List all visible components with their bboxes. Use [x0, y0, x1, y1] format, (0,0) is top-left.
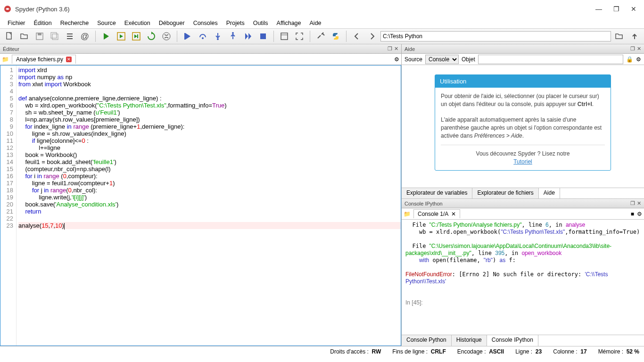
tab-variable-explorer[interactable]: Explorateur de variables — [402, 188, 472, 198]
save-all-button[interactable] — [48, 30, 61, 43]
menu-fichier[interactable]: Fichier — [4, 19, 29, 27]
line-gutter: 1234567891011121314151617181920212223 — [0, 66, 17, 346]
help-pane-title: Aide — [405, 46, 415, 52]
console-output[interactable]: File "C:/Tests Python/Analyse fichiers.p… — [402, 220, 644, 335]
menu-outils[interactable]: Outils — [249, 19, 272, 27]
rerun-button[interactable] — [145, 30, 158, 43]
maximize-button[interactable]: ❐ — [613, 5, 619, 13]
editor-pane: Éditeur ❐ ✕ 📁 Analyse fichiers.py ✕ ⚙ 12… — [0, 44, 402, 346]
tab-help[interactable]: Aide — [539, 188, 560, 198]
editor-tab[interactable]: Analyse fichiers.py ✕ — [12, 55, 76, 64]
parent-dir-button[interactable] — [628, 30, 641, 43]
help-tabs: Explorateur de variables Explorateur de … — [402, 188, 644, 199]
help-box-title: Utilisation — [435, 75, 611, 88]
svg-point-10 — [202, 37, 204, 39]
close-tab-icon[interactable]: ✕ — [66, 57, 72, 62]
menu-source[interactable]: Source — [93, 19, 120, 27]
menu-projets[interactable]: Projets — [223, 19, 248, 27]
help-content: Utilisation Pour obtenir de l'aide ici, … — [402, 65, 644, 188]
menu-recherche[interactable]: Recherche — [57, 19, 92, 27]
list-button[interactable] — [63, 30, 76, 43]
svg-rect-3 — [38, 33, 41, 35]
tutorial-link[interactable]: Tutoriel — [513, 158, 532, 165]
spyder-logo-icon — [4, 5, 11, 13]
close-pane-icon[interactable]: ✕ — [394, 46, 398, 52]
run-cell-advance-button[interactable] — [130, 30, 143, 43]
title-bar: Spyder (Python 3.6) — ❐ ✕ — [0, 0, 644, 18]
console-browse-icon[interactable]: 📁 — [404, 211, 411, 217]
svg-point-11 — [217, 38, 219, 40]
help-pane-header: Aide ❐ ✕ — [402, 44, 644, 54]
browse-dir-button[interactable] — [613, 30, 626, 43]
interrupt-icon[interactable]: ■ — [631, 211, 634, 217]
help-toolbar: Source Console Objet 🔒 ⚙ — [402, 54, 644, 65]
editor-pane-header: Éditeur ❐ ✕ — [0, 44, 401, 54]
forward-button[interactable] — [365, 30, 379, 43]
step-out-button[interactable] — [226, 30, 239, 43]
status-column: Colonne : 17 — [553, 348, 586, 355]
browse-tabs-icon[interactable]: 📁 — [2, 56, 9, 63]
svg-rect-4 — [51, 33, 57, 38]
close-console-icon[interactable]: ✕ — [637, 200, 641, 206]
undock-help-icon[interactable]: ❐ — [630, 46, 635, 52]
status-permissions: Droits d'accès : RW — [330, 348, 381, 355]
tab-python-console[interactable]: Console Python — [402, 335, 452, 346]
status-eol: Fins de ligne : CRLF — [392, 348, 446, 355]
step-over-button[interactable] — [196, 30, 209, 43]
working-dir-input[interactable] — [380, 31, 611, 41]
menu-execution[interactable]: Exécution — [121, 19, 154, 27]
console-tab[interactable]: Console 1/A ✕ — [413, 209, 460, 218]
undock-console-icon[interactable]: ❐ — [630, 200, 635, 206]
open-file-button[interactable] — [18, 30, 31, 43]
svg-rect-9 — [184, 33, 185, 40]
save-button[interactable] — [33, 30, 46, 43]
run-button[interactable] — [99, 30, 113, 43]
close-button[interactable]: ✕ — [631, 5, 636, 13]
kill-button[interactable] — [160, 30, 173, 43]
new-file-button[interactable] — [3, 30, 16, 43]
help-options-icon[interactable]: ⚙ — [636, 56, 641, 63]
minimize-button[interactable]: — — [595, 5, 602, 13]
menu-edition[interactable]: Édition — [30, 19, 56, 27]
continue-button[interactable] — [241, 30, 255, 43]
back-button[interactable] — [350, 30, 363, 43]
menu-consoles[interactable]: Consoles — [190, 19, 222, 27]
close-help-icon[interactable]: ✕ — [637, 46, 641, 52]
menu-deboguer[interactable]: Déboguer — [155, 19, 189, 27]
preferences-button[interactable] — [314, 30, 327, 43]
menu-aide[interactable]: Aide — [306, 19, 325, 27]
help-text-1: Pour obtenir de l'aide ici, sélectionner… — [441, 92, 605, 108]
code-area[interactable]: import xlrd import numpy as np from xlwt… — [17, 66, 401, 346]
console-tab-label: Console 1/A — [418, 211, 448, 217]
console-bottom-tabs: Console Python Historique Console IPytho… — [402, 335, 644, 346]
step-in-button[interactable] — [211, 30, 224, 43]
toolbar: @ — [0, 28, 644, 44]
menu-affichage[interactable]: Affichage — [273, 19, 305, 27]
tab-ipython-console[interactable]: Console IPython — [487, 335, 538, 346]
editor-pane-title: Éditeur — [3, 46, 19, 52]
editor-tabs: 📁 Analyse fichiers.py ✕ ⚙ — [0, 54, 401, 65]
editor-options-icon[interactable]: ⚙ — [394, 56, 399, 63]
debug-button[interactable] — [181, 30, 194, 43]
svg-point-8 — [163, 33, 170, 40]
fullscreen-button[interactable] — [293, 30, 306, 43]
close-console-tab-icon[interactable]: ✕ — [451, 211, 456, 217]
tab-file-explorer[interactable]: Explorateur de fichiers — [472, 188, 538, 198]
python-path-button[interactable] — [329, 30, 342, 43]
editor-body[interactable]: 1234567891011121314151617181920212223 im… — [0, 65, 401, 346]
help-source-select[interactable]: Console — [425, 55, 459, 64]
at-button[interactable]: @ — [78, 30, 91, 43]
lock-icon[interactable]: 🔒 — [626, 56, 633, 63]
svg-rect-14 — [281, 33, 288, 40]
menu-bar: Fichier Édition Recherche Source Exécuti… — [0, 18, 644, 28]
svg-point-12 — [232, 32, 234, 34]
help-object-input[interactable] — [478, 55, 623, 64]
run-cell-button[interactable] — [115, 30, 128, 43]
tab-history[interactable]: Historique — [452, 335, 487, 346]
undock-icon[interactable]: ❐ — [388, 46, 392, 52]
stop-debug-button[interactable] — [256, 30, 270, 43]
console-pane: Console IPython ❐ ✕ 📁 Console 1/A ✕ ■ ⚙ … — [402, 199, 644, 346]
svg-rect-13 — [260, 33, 266, 39]
maximize-pane-button[interactable] — [278, 30, 291, 43]
console-options-icon[interactable]: ⚙ — [637, 211, 642, 217]
